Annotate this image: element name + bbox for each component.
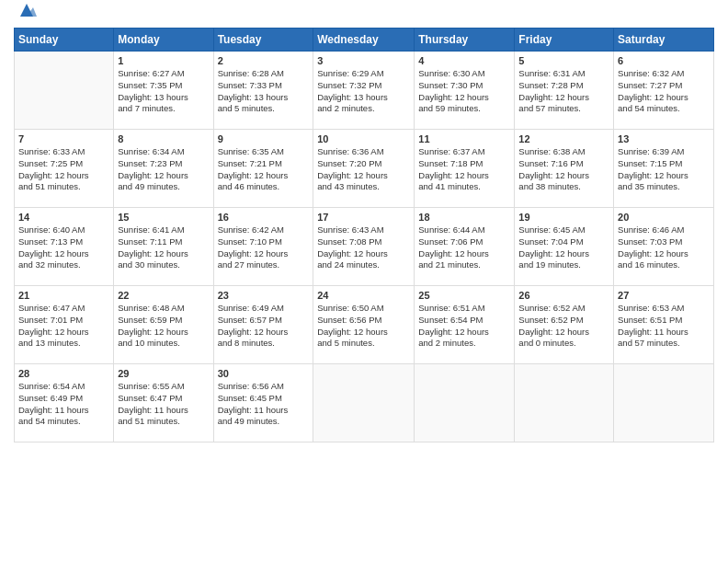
day-info: Sunrise: 6:34 AMSunset: 7:23 PMDaylight:… <box>118 146 209 193</box>
day-info: Sunrise: 6:30 AMSunset: 7:30 PMDaylight:… <box>418 68 510 115</box>
day-number: 8 <box>118 133 209 144</box>
day-number: 24 <box>317 290 410 301</box>
header <box>14 9 714 20</box>
calendar-cell: 14Sunrise: 6:40 AMSunset: 7:13 PMDayligh… <box>15 208 114 286</box>
calendar-cell: 4Sunrise: 6:30 AMSunset: 7:30 PMDaylight… <box>415 52 515 130</box>
weekday-header-thursday: Thursday <box>415 29 515 52</box>
day-info: Sunrise: 6:43 AMSunset: 7:08 PMDaylight:… <box>317 224 410 271</box>
calendar-cell: 19Sunrise: 6:45 AMSunset: 7:04 PMDayligh… <box>515 208 614 286</box>
day-number: 27 <box>618 290 710 301</box>
day-number: 14 <box>18 212 109 223</box>
day-info: Sunrise: 6:44 AMSunset: 7:06 PMDaylight:… <box>418 224 510 271</box>
day-info: Sunrise: 6:39 AMSunset: 7:15 PMDaylight:… <box>618 146 710 193</box>
day-info: Sunrise: 6:32 AMSunset: 7:27 PMDaylight:… <box>618 68 710 115</box>
calendar-cell: 7Sunrise: 6:33 AMSunset: 7:25 PMDaylight… <box>15 130 114 208</box>
day-info: Sunrise: 6:40 AMSunset: 7:13 PMDaylight:… <box>18 224 109 271</box>
day-number: 22 <box>118 290 209 301</box>
day-info: Sunrise: 6:38 AMSunset: 7:16 PMDaylight:… <box>518 146 609 193</box>
day-info: Sunrise: 6:55 AMSunset: 6:47 PMDaylight:… <box>118 381 209 428</box>
week-row-2: 7Sunrise: 6:33 AMSunset: 7:25 PMDaylight… <box>15 130 714 208</box>
calendar-cell: 21Sunrise: 6:47 AMSunset: 7:01 PMDayligh… <box>15 286 114 364</box>
day-info: Sunrise: 6:41 AMSunset: 7:11 PMDaylight:… <box>118 224 209 271</box>
day-number: 3 <box>317 55 410 66</box>
day-number: 10 <box>317 133 410 144</box>
day-number: 15 <box>118 212 209 223</box>
day-number: 19 <box>518 212 609 223</box>
day-number: 4 <box>418 55 510 66</box>
day-number: 16 <box>218 212 310 223</box>
calendar-cell: 3Sunrise: 6:29 AMSunset: 7:32 PMDaylight… <box>313 52 415 130</box>
week-row-3: 14Sunrise: 6:40 AMSunset: 7:13 PMDayligh… <box>15 208 714 286</box>
calendar-cell <box>515 364 614 442</box>
day-info: Sunrise: 6:37 AMSunset: 7:18 PMDaylight:… <box>418 146 510 193</box>
logo-icon <box>17 0 37 20</box>
day-info: Sunrise: 6:48 AMSunset: 6:59 PMDaylight:… <box>118 303 209 350</box>
day-info: Sunrise: 6:31 AMSunset: 7:28 PMDaylight:… <box>518 68 609 115</box>
day-number: 30 <box>218 368 310 379</box>
logo <box>14 9 37 20</box>
day-number: 23 <box>218 290 310 301</box>
calendar-cell: 1Sunrise: 6:27 AMSunset: 7:35 PMDaylight… <box>114 52 213 130</box>
calendar: SundayMondayTuesdayWednesdayThursdayFrid… <box>14 28 714 442</box>
calendar-cell: 6Sunrise: 6:32 AMSunset: 7:27 PMDaylight… <box>614 52 714 130</box>
calendar-cell: 27Sunrise: 6:53 AMSunset: 6:51 PMDayligh… <box>614 286 714 364</box>
day-info: Sunrise: 6:27 AMSunset: 7:35 PMDaylight:… <box>118 68 209 115</box>
day-info: Sunrise: 6:52 AMSunset: 6:52 PMDaylight:… <box>518 303 609 350</box>
page: SundayMondayTuesdayWednesdayThursdayFrid… <box>0 0 728 563</box>
day-info: Sunrise: 6:54 AMSunset: 6:49 PMDaylight:… <box>18 381 109 428</box>
week-row-4: 21Sunrise: 6:47 AMSunset: 7:01 PMDayligh… <box>15 286 714 364</box>
calendar-cell: 13Sunrise: 6:39 AMSunset: 7:15 PMDayligh… <box>614 130 714 208</box>
day-number: 25 <box>418 290 510 301</box>
calendar-cell <box>614 364 714 442</box>
day-number: 17 <box>317 212 410 223</box>
calendar-cell: 5Sunrise: 6:31 AMSunset: 7:28 PMDaylight… <box>515 52 614 130</box>
week-row-5: 28Sunrise: 6:54 AMSunset: 6:49 PMDayligh… <box>15 364 714 442</box>
calendar-cell: 28Sunrise: 6:54 AMSunset: 6:49 PMDayligh… <box>15 364 114 442</box>
day-number: 2 <box>218 55 310 66</box>
day-number: 1 <box>118 55 209 66</box>
day-number: 26 <box>518 290 609 301</box>
calendar-cell: 24Sunrise: 6:50 AMSunset: 6:56 PMDayligh… <box>313 286 415 364</box>
day-number: 12 <box>518 133 609 144</box>
day-info: Sunrise: 6:46 AMSunset: 7:03 PMDaylight:… <box>618 224 710 271</box>
day-number: 21 <box>18 290 109 301</box>
day-info: Sunrise: 6:36 AMSunset: 7:20 PMDaylight:… <box>317 146 410 193</box>
day-info: Sunrise: 6:53 AMSunset: 6:51 PMDaylight:… <box>618 303 710 350</box>
calendar-cell: 23Sunrise: 6:49 AMSunset: 6:57 PMDayligh… <box>213 286 313 364</box>
weekday-header-saturday: Saturday <box>614 29 714 52</box>
day-number: 5 <box>518 55 609 66</box>
calendar-cell <box>313 364 415 442</box>
calendar-cell: 2Sunrise: 6:28 AMSunset: 7:33 PMDaylight… <box>213 52 313 130</box>
day-number: 7 <box>18 133 109 144</box>
weekday-header-sunday: Sunday <box>15 29 114 52</box>
day-info: Sunrise: 6:28 AMSunset: 7:33 PMDaylight:… <box>218 68 310 115</box>
day-info: Sunrise: 6:35 AMSunset: 7:21 PMDaylight:… <box>218 146 310 193</box>
calendar-cell <box>415 364 515 442</box>
calendar-cell: 17Sunrise: 6:43 AMSunset: 7:08 PMDayligh… <box>313 208 415 286</box>
weekday-header-wednesday: Wednesday <box>313 29 415 52</box>
calendar-cell: 15Sunrise: 6:41 AMSunset: 7:11 PMDayligh… <box>114 208 213 286</box>
day-number: 20 <box>618 212 710 223</box>
calendar-cell: 30Sunrise: 6:56 AMSunset: 6:45 PMDayligh… <box>213 364 313 442</box>
day-number: 9 <box>218 133 310 144</box>
calendar-cell: 22Sunrise: 6:48 AMSunset: 6:59 PMDayligh… <box>114 286 213 364</box>
weekday-header-tuesday: Tuesday <box>213 29 313 52</box>
calendar-cell: 9Sunrise: 6:35 AMSunset: 7:21 PMDaylight… <box>213 130 313 208</box>
calendar-cell: 11Sunrise: 6:37 AMSunset: 7:18 PMDayligh… <box>415 130 515 208</box>
day-number: 29 <box>118 368 209 379</box>
weekday-header-friday: Friday <box>515 29 614 52</box>
day-number: 6 <box>618 55 710 66</box>
calendar-cell: 16Sunrise: 6:42 AMSunset: 7:10 PMDayligh… <box>213 208 313 286</box>
calendar-cell: 10Sunrise: 6:36 AMSunset: 7:20 PMDayligh… <box>313 130 415 208</box>
day-info: Sunrise: 6:51 AMSunset: 6:54 PMDaylight:… <box>418 303 510 350</box>
calendar-cell <box>15 52 114 130</box>
day-info: Sunrise: 6:42 AMSunset: 7:10 PMDaylight:… <box>218 224 310 271</box>
calendar-cell: 18Sunrise: 6:44 AMSunset: 7:06 PMDayligh… <box>415 208 515 286</box>
day-number: 11 <box>418 133 510 144</box>
day-info: Sunrise: 6:45 AMSunset: 7:04 PMDaylight:… <box>518 224 609 271</box>
day-info: Sunrise: 6:49 AMSunset: 6:57 PMDaylight:… <box>218 303 310 350</box>
weekday-header-row: SundayMondayTuesdayWednesdayThursdayFrid… <box>15 29 714 52</box>
day-info: Sunrise: 6:33 AMSunset: 7:25 PMDaylight:… <box>18 146 109 193</box>
calendar-cell: 25Sunrise: 6:51 AMSunset: 6:54 PMDayligh… <box>415 286 515 364</box>
day-number: 13 <box>618 133 710 144</box>
